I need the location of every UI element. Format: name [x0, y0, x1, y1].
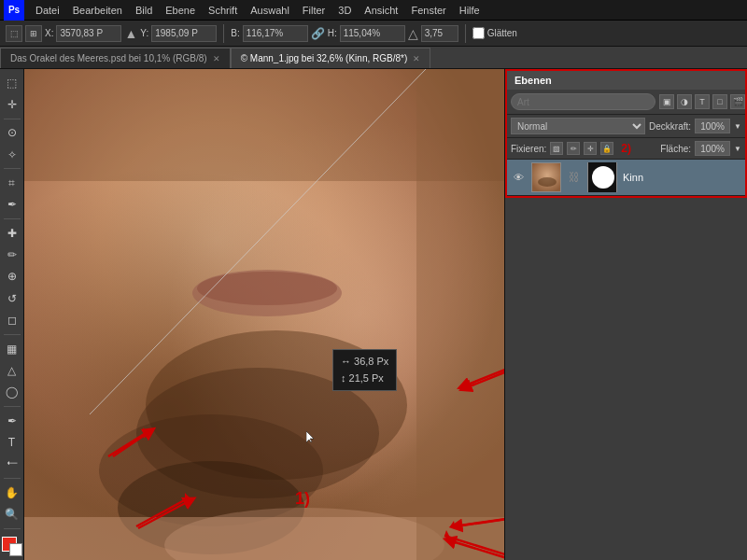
menu-datei[interactable]: Datei — [30, 3, 65, 18]
menu-bearbeiten[interactable]: Bearbeiten — [67, 3, 128, 18]
layer-row-kinn[interactable]: 👁 ⛓ — [507, 160, 745, 196]
y-input[interactable] — [151, 25, 217, 42]
menu-hilfe[interactable]: Hilfe — [454, 3, 486, 18]
right-panel: Ebenen ▣ ◑ T □ 🎬 Normal Deckkra — [504, 69, 747, 560]
menu-auswahl[interactable]: Auswahl — [245, 3, 295, 18]
tool-eraser[interactable]: ◻ — [2, 311, 22, 330]
ps-logo: Ps — [4, 0, 24, 21]
canvas-svg — [24, 69, 504, 560]
menu-bar: Ps Datei Bearbeiten Bild Ebene Schrift A… — [0, 0, 747, 21]
layers-search-icons: ▣ ◑ T □ 🎬 — [659, 94, 745, 109]
tool-move[interactable]: ✛ — [2, 94, 22, 114]
layer-visibility-kinn[interactable]: 👁 — [511, 170, 526, 185]
tool-eyedrop[interactable]: ✒ — [2, 195, 22, 215]
tool-dodge[interactable]: ◯ — [2, 383, 22, 402]
tool-path[interactable]: ⭠ — [2, 455, 22, 474]
layer-filter-pixel[interactable]: ▣ — [659, 94, 674, 109]
link-icon[interactable]: 🔗 — [311, 27, 325, 40]
annotation-2: 2) — [621, 142, 631, 155]
toolbar-transform-group: ⬚ ⊞ X: ▲ Y: B: 🔗 H: △ Glätten — [6, 24, 517, 43]
menu-schrift[interactable]: Schrift — [203, 3, 243, 18]
b-label: B: — [231, 28, 239, 38]
tool-stamp[interactable]: ⊕ — [2, 267, 22, 287]
opacity-group: Deckkraft: ▼ — [649, 119, 741, 133]
tooltip-x-row: ↔ 36,8 Px — [341, 354, 388, 371]
deckkraft-input[interactable] — [695, 119, 730, 133]
tool-text[interactable]: T — [2, 432, 22, 452]
tool-selection[interactable]: ⬚ — [2, 73, 22, 92]
x-label: X: — [45, 28, 53, 38]
layer-mask-kinn — [587, 162, 617, 192]
deckkraft-dropdown[interactable]: ▼ — [734, 122, 741, 131]
svg-point-4 — [197, 272, 337, 305]
layers-panel-title: Ebenen — [514, 75, 552, 86]
smoothen-checkbox[interactable] — [472, 27, 485, 39]
fixieren-row: Fixieren: ▧ ✏ ✛ 🔒 2) Fläche: ▼ — [507, 138, 745, 160]
transform-icon[interactable]: ⬚ — [6, 25, 22, 42]
tooltip-x-icon: ↔ — [341, 356, 351, 367]
blend-mode-select[interactable]: Normal — [511, 118, 645, 134]
blend-opacity-row: Normal Deckkraft: ▼ — [507, 115, 745, 138]
svg-point-31 — [538, 177, 557, 187]
menu-ebene[interactable]: Ebene — [160, 3, 201, 18]
h-label: H: — [328, 28, 337, 38]
tool-heal[interactable]: ✚ — [2, 223, 22, 243]
canvas-label-1: 1) — [295, 489, 310, 509]
layer-filter-adjust[interactable]: ◑ — [677, 94, 692, 109]
tool-brush[interactable]: ✏ — [2, 245, 22, 264]
tool-crop[interactable]: ⌗ — [2, 173, 22, 192]
options-toolbar: ⬚ ⊞ X: ▲ Y: B: 🔗 H: △ Glätten — [0, 21, 747, 47]
tab-orakel-close[interactable]: ✕ — [213, 54, 220, 63]
tool-blur[interactable]: △ — [2, 360, 22, 380]
smoothen-checkbox-group[interactable]: Glätten — [472, 27, 517, 39]
info-tooltip: ↔ 36,8 Px ↕ 21,5 Px — [332, 349, 397, 391]
smoothen-label: Glätten — [487, 28, 517, 38]
flaeche-dropdown[interactable]: ▼ — [734, 145, 741, 153]
h-input[interactable] — [340, 25, 405, 42]
anchor-icon[interactable]: ⊞ — [25, 25, 42, 42]
fix-position[interactable]: ✛ — [584, 142, 597, 155]
canvas-area[interactable]: ↔ 36,8 Px ↕ 21,5 Px 1) — [24, 69, 504, 560]
menu-filter[interactable]: Filter — [297, 3, 331, 18]
tab-orakel-label: Das Orakel des Meeres.psd bei 10,1% (RGB… — [10, 53, 207, 63]
b-input[interactable] — [243, 25, 308, 42]
fix-paint[interactable]: ✏ — [567, 142, 580, 155]
angle-input[interactable] — [421, 25, 458, 42]
layer-chain-kinn[interactable]: ⛓ — [569, 171, 580, 184]
tool-magic-wand[interactable]: ✧ — [2, 145, 22, 164]
tooltip-x-value: 36,8 Px — [354, 356, 388, 367]
layers-search-input[interactable] — [511, 93, 655, 110]
flaeche-group: Fläche: ▼ — [660, 141, 741, 156]
menu-3d[interactable]: 3D — [332, 3, 357, 18]
x-input[interactable] — [56, 25, 121, 42]
menu-ansicht[interactable]: Ansicht — [359, 3, 403, 18]
tool-zoom[interactable]: 🔍 — [2, 504, 22, 524]
tool-gradient[interactable]: ▦ — [2, 339, 22, 358]
fix-transparent[interactable]: ▧ — [550, 142, 563, 155]
layers-panel: Ebenen ▣ ◑ T □ 🎬 Normal Deckkra — [505, 69, 747, 198]
flaeche-input[interactable] — [695, 141, 730, 156]
background-color[interactable] — [9, 543, 22, 556]
canvas-image — [24, 69, 504, 560]
layer-name-kinn: Kinn — [623, 172, 643, 183]
tab-orakel[interactable]: Das Orakel des Meeres.psd bei 10,1% (RGB… — [0, 48, 231, 68]
tool-hand[interactable]: ✋ — [2, 483, 22, 502]
layers-panel-header: Ebenen — [507, 71, 745, 90]
menu-fenster[interactable]: Fenster — [405, 3, 451, 18]
tab-mann-close[interactable]: ✕ — [413, 54, 420, 63]
fix-artboard[interactable]: 🔒 — [600, 142, 613, 155]
tool-pen[interactable]: ✒ — [2, 411, 22, 430]
menu-bild[interactable]: Bild — [130, 3, 158, 18]
tool-history-brush[interactable]: ↺ — [2, 288, 22, 308]
deckkraft-label: Deckkraft: — [649, 121, 691, 132]
tooltip-y-value: 21,5 Px — [349, 372, 384, 384]
tool-lasso[interactable]: ⊙ — [2, 123, 22, 143]
tab-mann[interactable]: © Mann_1.jpg bei 32,6% (Kinn, RGB/8*) ✕ — [231, 48, 431, 68]
layer-filter-text[interactable]: T — [695, 94, 710, 109]
layer-filter-smart[interactable]: 🎬 — [730, 94, 745, 109]
svg-rect-12 — [416, 69, 504, 560]
layer-thumb-kinn — [531, 162, 561, 192]
color-swatches — [2, 537, 22, 556]
layer-filter-shape[interactable]: □ — [712, 94, 727, 109]
tools-panel: ⬚ ✛ ⊙ ✧ ⌗ ✒ ✚ ✏ ⊕ ↺ ◻ ▦ △ ◯ ✒ T ⭠ ✋ 🔍 — [0, 69, 24, 560]
